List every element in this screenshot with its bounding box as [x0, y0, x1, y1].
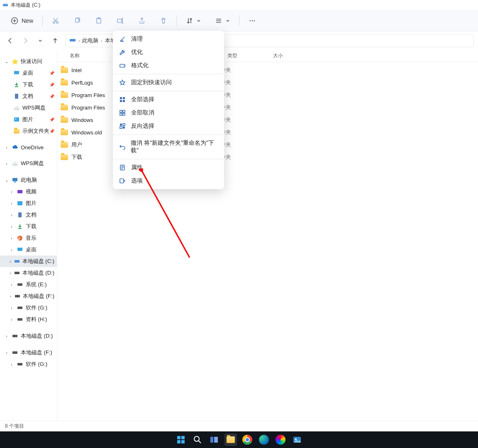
- delete-button[interactable]: [156, 15, 171, 27]
- chevron-down-icon: [226, 19, 230, 23]
- svg-point-10: [252, 20, 253, 21]
- menu-properties[interactable]: 属性: [113, 161, 224, 174]
- svg-rect-52: [177, 440, 180, 443]
- menu-deselect-all[interactable]: 全部取消: [113, 106, 224, 119]
- picture-icon: [17, 200, 23, 207]
- download-icon: [17, 223, 23, 230]
- menu-pin[interactable]: 固定到快速访问: [113, 76, 224, 89]
- svg-rect-45: [120, 127, 122, 129]
- sidebar-data-h[interactable]: ›资料 (H:): [0, 314, 57, 325]
- sidebar-documents[interactable]: 文档📌: [0, 90, 57, 102]
- music-icon: [17, 235, 23, 241]
- menu-undo[interactable]: 撤消 将"新建文件夹"重命名为"下载": [113, 136, 224, 157]
- sidebar-desktop[interactable]: 桌面📌: [0, 67, 57, 79]
- cut-button[interactable]: [49, 15, 63, 27]
- svg-rect-32: [17, 363, 22, 365]
- new-button[interactable]: New: [7, 15, 37, 27]
- separator: [113, 74, 224, 74]
- sidebar-wps2[interactable]: ›☁️WPS网盘: [0, 158, 57, 169]
- drive-icon: [17, 304, 23, 311]
- svg-rect-40: [123, 110, 125, 112]
- sidebar-downloads2[interactable]: ›下载: [0, 221, 57, 232]
- explorer-app[interactable]: [224, 433, 237, 446]
- chrome-app[interactable]: [241, 433, 254, 446]
- svg-rect-5: [76, 18, 79, 22]
- breadcrumb-thispc[interactable]: 此电脑: [82, 37, 98, 44]
- share-button[interactable]: [135, 15, 149, 27]
- drive-icon: [17, 361, 23, 368]
- view-button[interactable]: [212, 15, 233, 27]
- col-size[interactable]: 大小: [261, 52, 294, 59]
- sidebar-disk-f[interactable]: ›本地磁盘 (F:): [0, 290, 57, 302]
- sidebar-pictures2[interactable]: ›图片: [0, 197, 57, 209]
- folder-icon: [61, 80, 68, 85]
- up-button[interactable]: [51, 36, 60, 45]
- folder-icon: [61, 142, 68, 148]
- sidebar-disk-c[interactable]: ›本地磁盘 (C:): [0, 256, 57, 267]
- photos-app[interactable]: [291, 433, 303, 446]
- sidebar-documents2[interactable]: ›文档: [0, 209, 57, 221]
- taskbar[interactable]: [0, 431, 478, 448]
- svg-point-16: [15, 119, 17, 120]
- menu-select-all[interactable]: 全部选择: [113, 93, 224, 106]
- more-button[interactable]: [245, 15, 259, 27]
- svg-rect-18: [14, 182, 16, 183]
- back-button[interactable]: [6, 36, 15, 45]
- menu-optimize[interactable]: 优化: [113, 46, 224, 59]
- wrench-icon: [119, 49, 126, 56]
- separator: [42, 15, 43, 26]
- sidebar-disk-d[interactable]: ›本地磁盘 (D:): [0, 267, 57, 279]
- menu-invert[interactable]: 反向选择: [113, 119, 224, 133]
- svg-rect-17: [12, 178, 17, 181]
- svg-rect-56: [214, 437, 218, 443]
- menu-clean[interactable]: 清理: [113, 32, 224, 46]
- file-name: Windows: [71, 117, 93, 123]
- taskview-button[interactable]: [208, 433, 220, 446]
- context-menu: 清理 优化 格式化 固定到快速访问 全部选择 全部取消 反向选择 撤消 将"新建…: [113, 31, 224, 189]
- sidebar-downloads[interactable]: 下载📌: [0, 79, 57, 90]
- svg-rect-14: [15, 94, 18, 99]
- sidebar-disk-f2[interactable]: ›本地磁盘 (F:): [0, 347, 57, 358]
- chevron-right-icon: ›: [101, 39, 102, 43]
- drive-icon: [2, 2, 8, 8]
- pin-icon: 📌: [49, 117, 54, 122]
- sidebar-disk-d2[interactable]: ›本地磁盘 (D:): [0, 330, 57, 342]
- rename-icon: [117, 17, 124, 24]
- sidebar-music[interactable]: ›音乐: [0, 232, 57, 244]
- svg-rect-12: [70, 39, 76, 41]
- svg-rect-36: [123, 97, 125, 99]
- sidebar-samples[interactable]: 示例文件夹📌: [0, 125, 57, 137]
- recent-dropdown[interactable]: [36, 36, 45, 45]
- sidebar-sys-e[interactable]: ›系统 (E:): [0, 279, 57, 290]
- nav-sidebar[interactable]: ⌄⭐快速访问 桌面📌 下载📌 文档📌 ☁️WPS网盘 图片📌 示例文件夹📌 ›O…: [0, 50, 57, 421]
- paste-button[interactable]: [92, 15, 106, 27]
- sidebar-video[interactable]: ›视频: [0, 186, 57, 197]
- file-name: Windows.old: [71, 129, 102, 136]
- sidebar-quick-access[interactable]: ⌄⭐快速访问: [0, 56, 57, 67]
- paint-app[interactable]: [274, 433, 287, 446]
- copy-button[interactable]: [70, 15, 84, 27]
- sidebar-thispc[interactable]: ⌄此电脑: [0, 174, 57, 186]
- select-all-icon: [119, 96, 126, 103]
- svg-rect-38: [123, 100, 125, 102]
- new-label: New: [22, 17, 33, 24]
- sidebar-desktop2[interactable]: ›桌面: [0, 244, 57, 256]
- svg-rect-19: [17, 190, 22, 193]
- rename-button[interactable]: [113, 15, 127, 27]
- separator: [239, 15, 239, 26]
- cloud-icon: [12, 144, 18, 151]
- sidebar-soft-g2[interactable]: ›软件 (G:): [0, 358, 57, 370]
- sidebar-soft-g[interactable]: ›软件 (G:): [0, 302, 57, 314]
- forward-button[interactable]: [21, 36, 30, 45]
- desktop-icon: [17, 246, 23, 253]
- menu-options[interactable]: 选项: [113, 174, 224, 187]
- sidebar-wps[interactable]: ☁️WPS网盘: [0, 102, 57, 114]
- start-button[interactable]: [175, 433, 187, 446]
- edge-app[interactable]: [258, 433, 270, 446]
- sidebar-onedrive[interactable]: ›OneDrive: [0, 142, 57, 153]
- search-button[interactable]: [191, 433, 204, 446]
- sort-button[interactable]: [183, 15, 204, 27]
- menu-format[interactable]: 格式化: [113, 59, 224, 72]
- sidebar-pictures[interactable]: 图片📌: [0, 114, 57, 125]
- chevron-down-icon: [197, 19, 201, 23]
